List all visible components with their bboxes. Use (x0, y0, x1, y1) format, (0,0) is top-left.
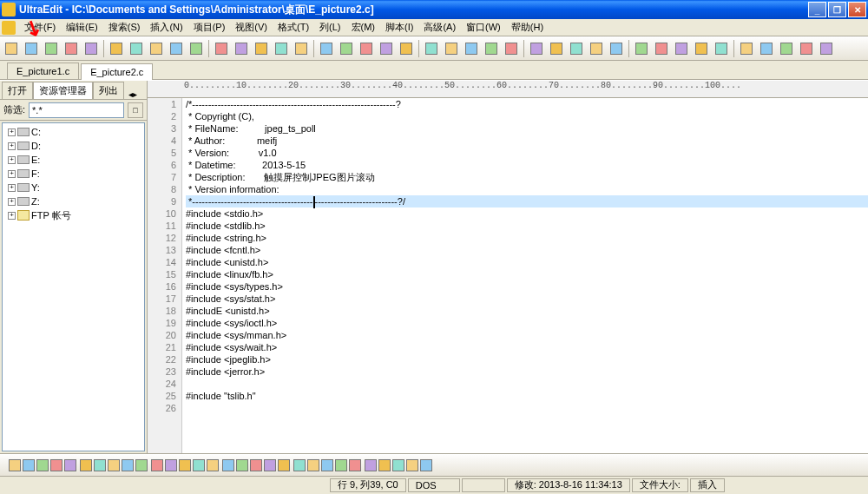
toolbar-button[interactable] (757, 39, 776, 58)
code-line[interactable]: #include <string.h> (186, 232, 868, 244)
toolbar-button[interactable] (147, 39, 166, 58)
menu-item[interactable]: 项目(P) (188, 19, 231, 36)
toolbar-button[interactable] (193, 459, 205, 471)
toolbar-button[interactable] (502, 39, 521, 58)
code-line[interactable]: #include <stdio.h> (186, 207, 868, 220)
file-tab[interactable]: E_picture1.c (7, 63, 79, 79)
code-line[interactable]: * Author: meifj (186, 135, 868, 147)
toolbar-button[interactable] (392, 459, 404, 471)
code-area[interactable]: 1234567891011121314151617181920212223242… (148, 98, 868, 453)
toolbar-button[interactable] (587, 39, 606, 58)
code-line[interactable]: #include <sys/ioctl.h> (186, 317, 868, 329)
code-line[interactable]: * FileName: jpeg_ts_poll (186, 122, 868, 135)
code-line[interactable]: #include <stdlib.h> (186, 220, 868, 232)
toolbar-button[interactable] (692, 39, 711, 58)
toolbar-button[interactable] (94, 459, 106, 471)
toolbar-button[interactable] (817, 39, 836, 58)
filter-button[interactable]: □ (128, 102, 143, 118)
code-line[interactable]: #include <sys/types.h> (186, 280, 868, 293)
menu-item[interactable]: 窗口(W) (461, 19, 506, 36)
toolbar-button[interactable] (179, 459, 191, 471)
toolbar-button[interactable] (397, 39, 416, 58)
tree-drive-item[interactable]: +D: (4, 139, 142, 153)
tree-drive-item[interactable]: +Y: (4, 181, 142, 194)
toolbar-button[interactable] (337, 39, 356, 58)
menu-item[interactable]: 搜索(S) (103, 19, 146, 36)
toolbar-button[interactable] (349, 459, 361, 471)
toolbar-button[interactable] (250, 459, 262, 471)
toolbar-button[interactable] (357, 39, 376, 58)
code-line[interactable]: * Copyright (C), (186, 110, 868, 122)
code-line[interactable]: #include <jpeglib.h> (186, 353, 868, 366)
close-button[interactable]: ✕ (848, 2, 866, 17)
tree-ftp-item[interactable]: +FTP 帐号 (4, 208, 142, 222)
filter-input[interactable] (29, 102, 124, 118)
menu-item[interactable]: 编辑(E) (61, 19, 103, 36)
toolbar-button[interactable] (378, 459, 391, 471)
menu-item[interactable]: 脚本(I) (380, 19, 418, 36)
tree-drive-item[interactable]: +C: (4, 125, 142, 139)
toolbar-button[interactable] (187, 39, 206, 58)
toolbar-button[interactable] (212, 39, 231, 58)
expand-icon[interactable]: + (8, 156, 16, 164)
toolbar-button[interactable] (232, 39, 251, 58)
code-line[interactable] (186, 402, 868, 414)
sidebar-tab-open[interactable]: 打开 (2, 82, 33, 99)
toolbar-button[interactable] (107, 39, 126, 58)
toolbar-button[interactable] (567, 39, 586, 58)
minimize-button[interactable]: _ (808, 2, 826, 17)
code-line[interactable]: * Datetime: 2013-5-15 (186, 159, 868, 171)
maximize-button[interactable]: ❐ (828, 2, 846, 17)
toolbar-button[interactable] (151, 459, 163, 471)
toolbar-button[interactable] (406, 459, 418, 471)
toolbar-button[interactable] (9, 459, 21, 471)
toolbar-button[interactable] (482, 39, 501, 58)
code-line[interactable]: #include <fcntl.h> (186, 244, 868, 256)
tree-drive-item[interactable]: +Z: (4, 194, 142, 208)
toolbar-button[interactable] (317, 39, 336, 58)
toolbar-button[interactable] (222, 459, 234, 471)
menu-item[interactable]: 高级(A) (418, 19, 461, 36)
code-line[interactable]: #include <linux/fb.h> (186, 268, 868, 280)
expand-icon[interactable]: + (8, 142, 16, 150)
toolbar-button[interactable] (547, 39, 566, 58)
toolbar-button[interactable] (108, 459, 120, 471)
toolbar-button[interactable] (22, 39, 41, 58)
toolbar-button[interactable] (80, 459, 92, 471)
toolbar-button[interactable] (377, 39, 396, 58)
tree-drive-item[interactable]: +E: (4, 153, 142, 167)
toolbar-button[interactable] (607, 39, 626, 58)
file-tree[interactable]: +C:+D:+E:+F:+Y:+Z:+FTP 帐号 (2, 122, 145, 451)
sidebar-tab-scroll[interactable]: ◂▸ (124, 89, 141, 99)
menu-item[interactable]: 宏(M) (346, 19, 381, 36)
toolbar-button[interactable] (442, 39, 461, 58)
code-line[interactable]: * Version information: (186, 183, 868, 195)
toolbar-button[interactable] (527, 39, 546, 58)
toolbar-button[interactable] (252, 39, 271, 58)
code-line[interactable]: *---------------------------------------… (186, 195, 868, 207)
toolbar-button[interactable] (42, 39, 61, 58)
code-line[interactable]: * Description: 触摸屏控制JPEG图片滚动 (186, 171, 868, 183)
toolbar-button[interactable] (420, 459, 432, 471)
toolbar-button[interactable] (797, 39, 816, 58)
code-line[interactable]: #include <unistd.h> (186, 256, 868, 268)
toolbar-button[interactable] (122, 459, 134, 471)
toolbar-button[interactable] (672, 39, 691, 58)
toolbar-button[interactable] (50, 459, 62, 471)
toolbar-button[interactable] (82, 39, 101, 58)
toolbar-button[interactable] (64, 459, 76, 471)
toolbar-button[interactable] (127, 39, 146, 58)
code-line[interactable]: #includE <unistd.h> (186, 305, 868, 317)
file-tab[interactable]: E_picture2.c (81, 63, 153, 80)
toolbar-button[interactable] (737, 39, 756, 58)
toolbar-button[interactable] (36, 459, 49, 471)
toolbar-button[interactable] (293, 459, 306, 471)
toolbar-button[interactable] (335, 459, 347, 471)
expand-icon[interactable]: + (8, 198, 16, 206)
code-line[interactable]: #include "tslib.h" (186, 390, 868, 402)
toolbar-button[interactable] (2, 39, 21, 58)
code-line[interactable] (186, 378, 868, 390)
toolbar-button[interactable] (321, 459, 333, 471)
toolbar-button[interactable] (462, 39, 481, 58)
code-line[interactable]: #include <jerror.h> (186, 366, 868, 378)
